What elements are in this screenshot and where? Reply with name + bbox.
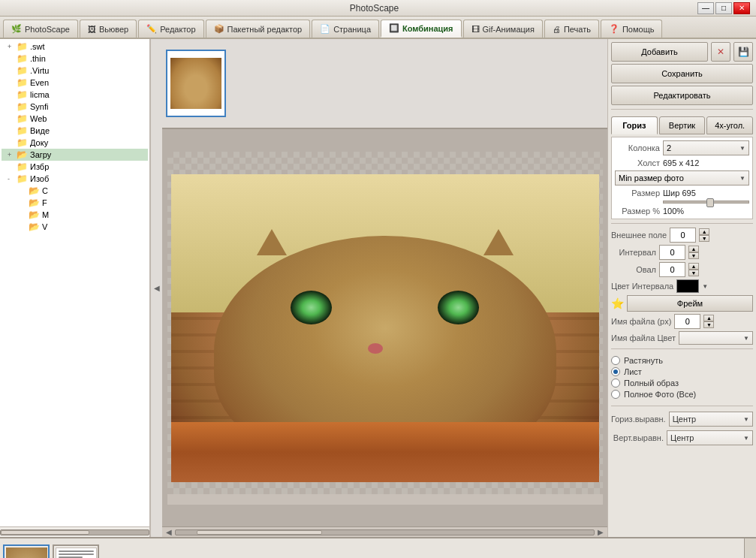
page-icon: 📄 <box>320 24 330 34</box>
sidebar: + 📁 .swt 📁 .thin 📁 .Virtu 📁 Even <box>0 39 150 537</box>
interval-color-swatch[interactable] <box>676 279 699 293</box>
content-scrollbar[interactable]: ◀ ▶ <box>162 526 607 537</box>
thumbnail-cat[interactable] <box>166 50 226 117</box>
filename-color-select[interactable]: ▼ <box>679 331 753 345</box>
action-buttons-row: Добавить ✕ 💾 <box>611 42 753 62</box>
combine-icon: 🔲 <box>389 23 399 33</box>
maximize-button[interactable]: □ <box>715 2 732 14</box>
star-icon[interactable]: ⭐ <box>611 297 624 309</box>
tree-toggle[interactable]: + <box>8 151 17 158</box>
radio-full-photo[interactable]: Полное Фото (Все) <box>611 390 753 399</box>
main-layout: + 📁 .swt 📁 .thin 📁 .Virtu 📁 Even <box>0 39 756 537</box>
column-select[interactable]: 2 ▼ <box>663 140 749 155</box>
size-slider-row <box>615 201 749 204</box>
minimize-button[interactable]: — <box>697 2 714 14</box>
sub-tab-vert[interactable]: Вертик <box>659 116 706 134</box>
spinner-down[interactable]: ▼ <box>699 235 709 242</box>
tree-item-v[interactable]: 📂 V <box>2 221 148 233</box>
tree-item-downloads[interactable]: + 📂 Загру <box>2 149 148 161</box>
tree-item-video[interactable]: 📁 Виде <box>2 125 148 137</box>
divider3 <box>611 348 753 349</box>
tab-gif[interactable]: 🎞 Gif-Анимация <box>463 20 543 38</box>
bottom-thumbnail-strip: Cat.jpg Безым... ▶ <box>0 537 756 558</box>
bottom-strip-expand[interactable]: ▶ <box>744 538 756 558</box>
size-slider[interactable] <box>663 201 749 204</box>
radio-full-image[interactable]: Полный образ <box>611 379 753 388</box>
tree-item-favs[interactable]: 📁 Избр <box>2 161 148 173</box>
tree-area[interactable]: + 📁 .swt 📁 .thin 📁 .Virtu 📁 Even <box>0 39 149 526</box>
radio-stretch-circle <box>611 356 620 365</box>
sub-tab-4corner[interactable]: 4х-угол. <box>706 116 753 134</box>
radio-sheet[interactable]: Лист <box>611 367 753 376</box>
cat-inner <box>171 174 599 482</box>
tab-help[interactable]: ❓ Помощь <box>601 20 663 38</box>
tree-toggle[interactable]: - <box>8 175 17 182</box>
min-photo-select[interactable]: Min размер фото ▼ <box>615 170 749 185</box>
frame-button[interactable]: Фрейм <box>627 295 753 312</box>
tab-page[interactable]: 📄 Страница <box>312 20 379 38</box>
spinner-down[interactable]: ▼ <box>688 252 699 259</box>
radio-stretch[interactable]: Растянуть <box>611 356 753 365</box>
chevron-down-icon: ▼ <box>743 435 749 442</box>
delete-icon-button[interactable]: ✕ <box>711 42 730 62</box>
bottom-thumb-doc[interactable]: Безым... <box>53 544 99 558</box>
add-button[interactable]: Добавить <box>611 42 708 62</box>
sub-tab-horiz[interactable]: Гориз <box>611 116 658 134</box>
tab-editor[interactable]: ✏️ Редактор <box>138 20 203 38</box>
spinner-down[interactable]: ▼ <box>688 270 699 276</box>
folder-icon: 📁 <box>17 161 28 172</box>
tree-item-even[interactable]: 📁 Even <box>2 77 148 89</box>
tab-photoscape[interactable]: 🌿 PhotoScape <box>3 20 78 38</box>
horiz-align-select[interactable]: Центр ▼ <box>669 412 753 427</box>
tree-item-virtu[interactable]: 📁 .Virtu <box>2 65 148 77</box>
tab-batch[interactable]: 📦 Пакетный редактор <box>206 20 311 38</box>
scroll-left-button[interactable]: ◀ <box>166 528 172 536</box>
folder-icon: 📁 <box>17 65 28 76</box>
outer-margin-input[interactable] <box>670 228 696 243</box>
tree-item-c[interactable]: 📂 C <box>2 185 148 197</box>
vert-align-select[interactable]: Центр ▼ <box>667 430 753 445</box>
save-button[interactable]: Сохранить <box>611 64 753 83</box>
tree-item-swt[interactable]: + 📁 .swt <box>2 41 148 53</box>
tree-item-f[interactable]: 📂 F <box>2 197 148 209</box>
tree-item-web[interactable]: 📁 Web <box>2 113 148 125</box>
batch-icon: 📦 <box>214 24 224 34</box>
tab-viewer[interactable]: 🖼 Вьювер <box>80 20 137 38</box>
tab-print[interactable]: 🖨 Печать <box>544 20 599 38</box>
interval-input[interactable] <box>659 245 685 260</box>
delete-icon: ✕ <box>717 47 724 57</box>
spinner-down[interactable]: ▼ <box>703 321 714 328</box>
column-row: Колонка 2 ▼ <box>615 140 749 155</box>
oval-input[interactable] <box>659 262 685 277</box>
edit-button[interactable]: Редактировать <box>611 86 753 105</box>
filename-px-input[interactable] <box>674 314 700 329</box>
min-photo-row: Min размер фото ▼ <box>615 170 749 185</box>
horizontal-scrollbar[interactable] <box>0 526 149 537</box>
table-surface <box>171 422 599 482</box>
close-button[interactable]: ✕ <box>733 2 750 14</box>
tree-item-thin[interactable]: 📁 .thin <box>2 53 148 65</box>
canvas-content <box>167 152 603 505</box>
save-icon-button[interactable]: 💾 <box>733 42 753 62</box>
main-cat-image <box>171 174 599 482</box>
scroll-right-button[interactable]: ▶ <box>598 528 604 536</box>
collapse-icon: ◀ <box>152 284 161 292</box>
spinner-up[interactable]: ▲ <box>688 263 699 270</box>
tree-item-images[interactable]: - 📁 Изоб <box>2 173 148 185</box>
tree-item-docs[interactable]: 📁 Доку <box>2 137 148 149</box>
viewer-icon: 🖼 <box>88 25 96 34</box>
folder-icon: 📂 <box>17 149 28 160</box>
tree-toggle[interactable]: + <box>8 43 17 50</box>
tab-combine[interactable]: 🔲 Комбинация <box>381 20 462 38</box>
doc-line <box>59 550 94 552</box>
tree-item-synfi[interactable]: 📁 Synfi <box>2 101 148 113</box>
spinner-up[interactable]: ▲ <box>699 228 709 235</box>
spinner-up[interactable]: ▲ <box>703 315 714 321</box>
spinner-up[interactable]: ▲ <box>688 246 699 252</box>
folder-icon: 📂 <box>29 198 40 208</box>
bottom-thumb-cat[interactable]: Cat.jpg <box>3 544 50 558</box>
tree-item-m[interactable]: 📂 M <box>2 209 148 221</box>
tree-item-licma[interactable]: 📁 licma <box>2 89 148 101</box>
sidebar-collapse-button[interactable]: ◀ <box>150 39 162 537</box>
cat-face <box>170 58 221 109</box>
